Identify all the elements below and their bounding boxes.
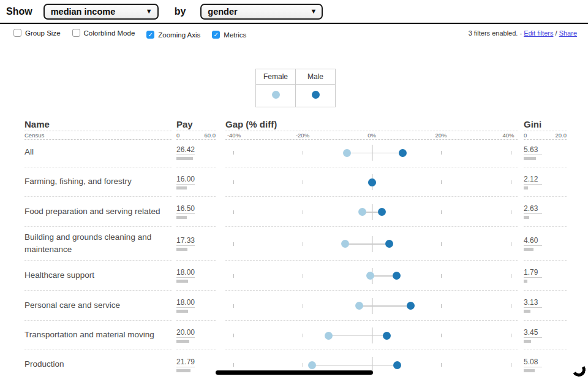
row-gap-chart: [225, 227, 518, 261]
gini-value: 5.08: [524, 358, 542, 367]
horizontal-scrollbar[interactable]: [216, 370, 373, 375]
axis-tick: [511, 363, 511, 367]
gap-connector: [345, 243, 390, 245]
option-label: Colorblind Mode: [84, 29, 135, 37]
axis-tick: [441, 210, 442, 214]
female-dot[interactable]: [343, 149, 351, 157]
female-dot[interactable]: [325, 332, 333, 340]
legend-male-label[interactable]: Male: [296, 69, 336, 85]
row-name: Transportation and material moving: [24, 321, 172, 350]
male-dot[interactable]: [407, 302, 415, 310]
gap-column-title: Gap (% diff): [225, 119, 518, 131]
axis-tick: [441, 363, 442, 367]
row-name: All: [24, 138, 172, 167]
gini-value: 3.45: [524, 328, 542, 338]
pay-bar: [176, 186, 187, 190]
by-label: by: [175, 6, 186, 17]
female-dot[interactable]: [366, 272, 374, 280]
checkbox-icon[interactable]: ✓: [146, 31, 154, 39]
axis-tick: [233, 363, 234, 367]
show-select[interactable]: median income: [43, 4, 159, 20]
app: Show median income ▼ by gender ▼ Group S…: [0, 0, 588, 379]
filters-separator: /: [556, 29, 557, 37]
legend-female-label[interactable]: Female: [256, 69, 296, 85]
axis-tick: [511, 334, 511, 337]
axis-tick: [233, 180, 234, 184]
pay-bar: [176, 340, 189, 343]
male-dot[interactable]: [393, 272, 401, 280]
row-gini: 1.79: [524, 261, 567, 291]
gini-bar: [524, 340, 531, 343]
table-row: Personal care and service18.003.13: [0, 291, 588, 321]
row-name: Building and grounds cleaning and mainte…: [24, 227, 172, 261]
filters-status-text: 3 filters enabled. -: [469, 29, 522, 37]
axis-tick: [303, 180, 303, 184]
table-row: Building and grounds cleaning and mainte…: [0, 227, 588, 261]
axis-tick: [233, 274, 234, 278]
gini-bar: [524, 310, 530, 313]
gap-connector: [329, 335, 387, 337]
option-label: Metrics: [224, 31, 246, 39]
row-gap-chart: [225, 138, 518, 167]
row-gap-chart: [225, 261, 518, 291]
axis-tick: [511, 151, 511, 155]
row-name: Production: [24, 350, 172, 379]
axis-tick: [303, 304, 303, 308]
row-name: Healthcare support: [24, 261, 172, 291]
share-link[interactable]: Share: [559, 29, 577, 37]
axis-tick: [511, 210, 511, 214]
legend-female-cell[interactable]: [256, 85, 296, 107]
name-column-title: Name: [24, 119, 172, 131]
row-gap-chart: [225, 167, 518, 197]
female-dot[interactable]: [358, 208, 366, 216]
table-row: Healthcare support18.001.79: [0, 261, 588, 291]
axis-tick: [441, 180, 442, 184]
gini-value: 5.63: [524, 145, 542, 155]
checkbox-icon[interactable]: ✓: [212, 31, 220, 39]
male-dot[interactable]: [385, 240, 393, 248]
row-pay: 17.33: [176, 227, 216, 261]
row-gini: 2.12: [524, 167, 567, 197]
legend-male-cell[interactable]: [296, 85, 336, 107]
row-name: Farming, fishing, and forestry: [24, 167, 172, 197]
gini-bar: [524, 369, 535, 372]
row-gini: 2.63: [524, 197, 567, 227]
option-zooming-axis: ✓Zooming Axis: [146, 31, 200, 39]
by-select[interactable]: gender: [200, 4, 323, 20]
male-dot[interactable]: [393, 361, 401, 369]
table-row: Farming, fishing, and forestry16.002.12: [0, 167, 588, 197]
pay-bar: [176, 310, 188, 313]
option-metrics: ✓Metrics: [212, 31, 246, 39]
gap-connector: [359, 305, 410, 307]
pay-bar: [176, 248, 187, 251]
row-pay: 18.00: [176, 291, 216, 321]
female-dot[interactable]: [308, 361, 316, 369]
row-gini: 3.13: [524, 291, 567, 321]
filters-status: 3 filters enabled. - Edit filters / Shar…: [469, 29, 577, 37]
male-dot[interactable]: [399, 149, 407, 157]
table-row: All26.425.63: [0, 138, 588, 167]
pay-bar: [176, 157, 193, 160]
row-gap-chart: [225, 321, 518, 350]
male-dot[interactable]: [368, 178, 376, 186]
edit-filters-link[interactable]: Edit filters: [524, 29, 553, 37]
female-dot[interactable]: [355, 302, 363, 310]
pay-value: 16.00: [176, 175, 195, 185]
axis-tick: [303, 363, 303, 367]
gini-bar: [524, 216, 529, 219]
female-dot[interactable]: [341, 240, 349, 248]
pay-value: 21.79: [176, 358, 195, 367]
row-pay: 21.79: [176, 350, 216, 379]
pay-bar: [176, 369, 190, 372]
male-dot[interactable]: [383, 332, 391, 340]
row-pay: 16.00: [176, 167, 216, 197]
checkbox-icon[interactable]: [72, 29, 80, 37]
checkbox-icon[interactable]: [13, 29, 21, 37]
male-dot[interactable]: [378, 208, 386, 216]
axis-tick: [233, 304, 234, 308]
pay-bar: [176, 216, 187, 219]
row-gini: 4.60: [524, 227, 567, 261]
gini-value: 3.13: [524, 298, 542, 308]
table-row: Transportation and material moving20.003…: [0, 321, 588, 350]
pay-column-title: Pay: [176, 119, 216, 131]
